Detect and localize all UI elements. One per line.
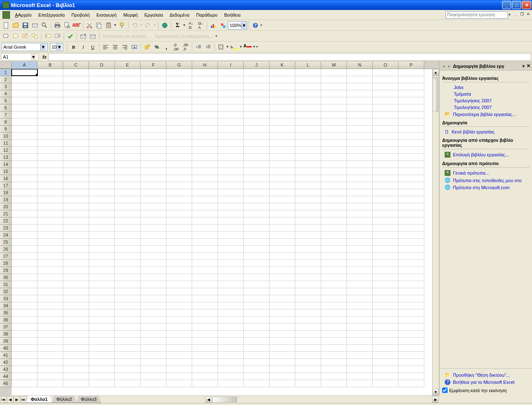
help-button[interactable]: ? — [251, 21, 260, 30]
cell[interactable] — [295, 274, 321, 281]
cell[interactable] — [166, 175, 192, 182]
cell[interactable] — [192, 295, 218, 302]
menu-format[interactable]: Μορφή — [120, 12, 141, 18]
cell[interactable] — [218, 175, 244, 182]
cell[interactable] — [321, 119, 347, 126]
cell[interactable] — [192, 274, 218, 281]
cell[interactable] — [270, 210, 295, 217]
cell[interactable] — [63, 380, 89, 387]
cell[interactable] — [347, 316, 373, 324]
row-header-28[interactable]: 28 — [0, 260, 12, 267]
cell[interactable] — [166, 76, 192, 83]
cell-area[interactable] — [12, 69, 432, 395]
cell[interactable] — [244, 83, 270, 90]
cell[interactable] — [244, 359, 270, 366]
cell[interactable] — [398, 302, 424, 309]
cell[interactable] — [321, 83, 347, 90]
cell[interactable] — [398, 246, 424, 253]
row-header-9[interactable]: 9 — [0, 126, 12, 133]
cell[interactable] — [398, 380, 424, 387]
cell[interactable] — [63, 302, 89, 309]
cell[interactable] — [166, 260, 192, 267]
cell[interactable] — [89, 366, 115, 373]
cell[interactable] — [321, 359, 347, 366]
scroll-right-button[interactable]: ▶ — [432, 396, 439, 403]
cell[interactable] — [270, 69, 295, 76]
cell[interactable] — [218, 338, 244, 345]
cell[interactable] — [63, 182, 89, 189]
review-btn2[interactable] — [11, 32, 20, 41]
cell[interactable] — [115, 288, 141, 295]
cell[interactable] — [244, 302, 270, 309]
save-button[interactable] — [21, 21, 30, 30]
cell[interactable] — [37, 246, 63, 253]
cell[interactable] — [37, 232, 63, 239]
cell[interactable] — [373, 380, 398, 387]
cell[interactable] — [373, 225, 398, 232]
cell[interactable] — [218, 210, 244, 217]
cell[interactable] — [373, 140, 398, 147]
cell[interactable] — [373, 147, 398, 154]
cell[interactable] — [63, 140, 89, 147]
cell[interactable] — [295, 260, 321, 267]
undo-dropdown-icon[interactable]: ▼ — [140, 23, 143, 27]
cell[interactable] — [270, 147, 295, 154]
cell[interactable] — [37, 253, 63, 260]
cell[interactable] — [398, 288, 424, 295]
cell[interactable] — [244, 69, 270, 76]
cell[interactable] — [12, 246, 37, 253]
cell[interactable] — [37, 154, 63, 161]
sheet-tab-1[interactable]: Φύλλο1 — [26, 396, 52, 403]
cell[interactable] — [270, 97, 295, 104]
cell[interactable] — [270, 104, 295, 111]
cell[interactable] — [244, 182, 270, 189]
row-header-6[interactable]: 6 — [0, 104, 12, 111]
cell[interactable] — [141, 196, 166, 203]
cell[interactable] — [166, 302, 192, 309]
cell[interactable] — [270, 380, 295, 387]
cell[interactable] — [166, 274, 192, 281]
cell[interactable] — [115, 133, 141, 140]
cell[interactable] — [373, 97, 398, 104]
cell[interactable] — [398, 119, 424, 126]
cell[interactable] — [244, 225, 270, 232]
cell[interactable] — [373, 119, 398, 126]
cell[interactable] — [63, 225, 89, 232]
cell[interactable] — [321, 373, 347, 380]
cell[interactable] — [63, 373, 89, 380]
cell[interactable] — [270, 111, 295, 119]
cell[interactable] — [89, 253, 115, 260]
cell[interactable] — [373, 239, 398, 246]
cell[interactable] — [218, 161, 244, 168]
cell[interactable] — [321, 239, 347, 246]
cell[interactable] — [141, 345, 166, 352]
cell[interactable] — [398, 182, 424, 189]
cell[interactable] — [295, 309, 321, 316]
cell[interactable] — [141, 154, 166, 161]
cell[interactable] — [63, 168, 89, 175]
cell[interactable] — [295, 111, 321, 119]
cell[interactable] — [141, 133, 166, 140]
cell[interactable] — [398, 366, 424, 373]
horizontal-scrollbar[interactable]: ◀ ▶ — [205, 396, 439, 403]
cell[interactable] — [347, 352, 373, 359]
sheet-tab-2[interactable]: Φύλλο2 — [52, 396, 77, 403]
cell[interactable] — [166, 119, 192, 126]
cell[interactable] — [270, 267, 295, 274]
cell[interactable] — [89, 295, 115, 302]
cell[interactable] — [218, 253, 244, 260]
cell[interactable] — [398, 309, 424, 316]
cell[interactable] — [12, 281, 37, 288]
cell[interactable] — [218, 302, 244, 309]
cell[interactable] — [37, 104, 63, 111]
cell[interactable] — [89, 217, 115, 225]
cell[interactable] — [347, 373, 373, 380]
cell[interactable] — [398, 90, 424, 97]
maximize-button[interactable]: □ — [512, 1, 521, 9]
cell[interactable] — [12, 168, 37, 175]
cell[interactable] — [398, 161, 424, 168]
tp-choose-workbook[interactable]: XΕπιλογή βιβλίου εργασίας... — [442, 151, 530, 158]
review-btn4[interactable] — [30, 32, 40, 41]
cell[interactable] — [89, 225, 115, 232]
cell[interactable] — [141, 281, 166, 288]
